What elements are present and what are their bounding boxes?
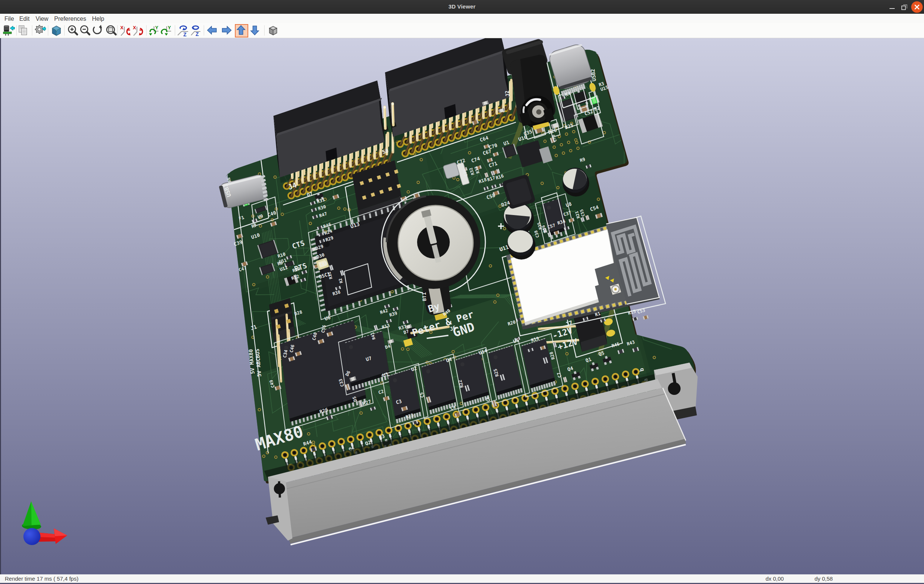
svg-text:Y: Y xyxy=(155,25,158,30)
zoom-redraw-button[interactable] xyxy=(91,24,104,38)
zoom-redraw-icon xyxy=(91,25,104,37)
svg-text:X: X xyxy=(120,25,124,30)
toolbar: X X Y Y Z Z xyxy=(0,23,924,38)
toolbar-separator xyxy=(48,25,48,36)
close-button[interactable] xyxy=(911,1,923,13)
svg-text:Z: Z xyxy=(196,31,199,37)
toolbar-separator xyxy=(16,25,17,36)
svg-text:Z: Z xyxy=(183,31,186,37)
rotate-z-neg-button[interactable]: Z xyxy=(189,24,202,38)
zoom-out-icon xyxy=(79,25,92,37)
dy-value: dy 0,58 xyxy=(815,576,833,582)
maximize-button[interactable] xyxy=(898,1,910,13)
menu-preferences[interactable]: Preferences xyxy=(54,14,86,23)
menu-file[interactable]: File xyxy=(5,14,14,23)
move-left-button[interactable] xyxy=(206,24,219,38)
rotate-x-neg-button[interactable]: X xyxy=(132,24,145,38)
zoom-in-button[interactable] xyxy=(66,24,80,38)
toolbar-separator xyxy=(204,25,204,36)
rotate-x-neg-icon: X xyxy=(132,25,145,37)
move-right-icon xyxy=(221,25,233,37)
menu-view[interactable]: View xyxy=(36,14,48,23)
toolbar-separator xyxy=(32,25,32,36)
render-time-text: Render time 17 ms ( 57,4 fps) xyxy=(5,576,78,582)
silk-label: BT1 xyxy=(421,292,427,301)
menu-help[interactable]: Help xyxy=(92,14,104,23)
rotate-y-pos-icon: Y xyxy=(148,25,161,37)
reload-board-icon xyxy=(2,25,15,37)
move-down-icon xyxy=(249,25,262,37)
rotate-y-neg-button[interactable]: Y xyxy=(160,24,174,38)
zoom-out-button[interactable] xyxy=(79,24,92,38)
silk-label: J2 xyxy=(504,90,511,97)
reload-board-button[interactable] xyxy=(2,24,15,38)
ortho-view-icon xyxy=(267,25,279,37)
move-right-button[interactable] xyxy=(220,24,234,38)
3d-viewport[interactable]: USB1F1C39U9C40R7R6J4R31R30R47Q7R46R24R29… xyxy=(0,38,924,574)
toolbar-separator xyxy=(64,25,64,36)
move-up-button[interactable] xyxy=(235,24,248,38)
minimize-button[interactable] xyxy=(886,1,898,13)
rotate-x-pos-button[interactable]: X xyxy=(119,24,132,38)
zoom-fit-button[interactable] xyxy=(105,24,118,38)
rotate-z-pos-button[interactable]: Z xyxy=(176,24,190,38)
title-bar[interactable]: 3D Viewer xyxy=(0,0,924,14)
move-down-button[interactable] xyxy=(249,24,262,38)
copy-image-icon xyxy=(17,25,30,37)
render-options-button[interactable] xyxy=(33,24,46,38)
rotate-x-pos-icon: X xyxy=(119,25,132,37)
menu-bar: FileEditViewPreferencesHelp xyxy=(0,14,924,23)
maximize-icon xyxy=(898,1,910,13)
3d-viewer-window: 3D Viewer FileEditViewPreferencesHelp xyxy=(0,0,924,584)
render-raytracing-icon xyxy=(50,25,63,37)
rotate-z-neg-icon: Z xyxy=(189,25,202,37)
zoom-in-icon xyxy=(67,25,79,37)
minimize-icon xyxy=(886,1,898,13)
zoom-fit-icon xyxy=(105,25,118,37)
toolbar-separator xyxy=(117,25,118,36)
dx-value: dx 0,00 xyxy=(766,576,784,582)
move-left-icon xyxy=(206,25,219,37)
svg-text:Y: Y xyxy=(168,25,171,30)
rotate-y-pos-button[interactable]: Y xyxy=(148,24,161,38)
copy-image-button[interactable] xyxy=(17,24,30,38)
window-title: 3D Viewer xyxy=(0,3,924,10)
menu-edit[interactable]: Edit xyxy=(19,14,30,23)
rotate-z-pos-icon: Z xyxy=(177,25,189,37)
rotate-y-neg-icon: Y xyxy=(161,25,173,37)
move-up-icon xyxy=(235,25,248,37)
close-icon xyxy=(911,1,923,13)
toolbar-separator xyxy=(175,25,175,36)
status-bar: Render time 17 ms ( 57,4 fps) dx 0,00 dy… xyxy=(0,574,924,583)
toolbar-separator xyxy=(264,25,265,36)
render-options-icon xyxy=(33,25,46,37)
svg-text:X: X xyxy=(133,25,136,30)
render-raytracing-button[interactable] xyxy=(50,24,63,38)
ortho-view-button[interactable] xyxy=(266,24,280,38)
toolbar-separator xyxy=(146,25,147,36)
